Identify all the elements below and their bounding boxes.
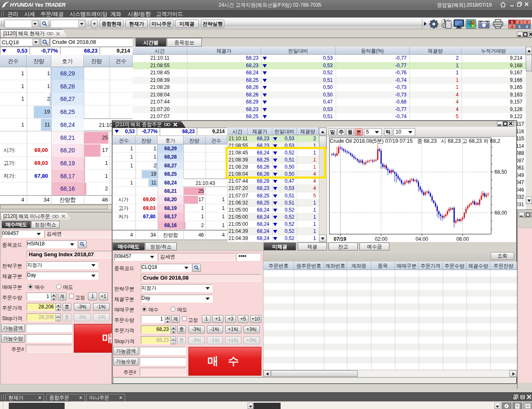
win1120-search-button[interactable] [41, 38, 50, 46]
link-icon[interactable] [164, 123, 171, 126]
win1120-minimize-icon[interactable] [517, 32, 523, 37]
toolbar-button-5[interactable]: 전략실행 [201, 20, 224, 28]
expand-arrow-icon[interactable] [424, 22, 427, 26]
chevron-down-icon[interactable] [37, 233, 41, 235]
menu-item-5[interactable]: 계좌 [110, 10, 121, 17]
menu-item-3[interactable]: 주문/체결 [40, 10, 64, 17]
toolbar-grip[interactable] [1, 20, 4, 27]
screenshot-camera-icon[interactable] [478, 19, 490, 29]
toolbar-button-2[interactable]: 현재가 [125, 20, 148, 28]
toolbar-button-4[interactable]: 미체결 [175, 20, 199, 28]
win2120-stop-quote[interactable]: 호 [63, 313, 71, 321]
status-refresh-button[interactable] [523, 402, 532, 409]
symbol-combo-1[interactable] [5, 20, 39, 28]
win1120-symbol-combo[interactable]: CLQ18 [0, 38, 40, 46]
toolbar-search-button[interactable] [40, 20, 49, 28]
win1120-close-icon[interactable] [528, 32, 532, 37]
close-button[interactable] [523, 2, 529, 8]
win2120-strategy-combo[interactable]: 지정가 [27, 261, 98, 269]
link-icon[interactable] [52, 215, 59, 218]
win2120-tab-modify[interactable]: 정정/취소 [31, 221, 60, 228]
win2120-radio-sell[interactable] [56, 284, 61, 289]
window-list-icon[interactable] [520, 394, 525, 400]
win2120-stop-tick-2[interactable]: -1틱 [93, 313, 110, 321]
status-input-left[interactable] [9, 403, 65, 409]
cascade-windows-icon[interactable] [513, 394, 518, 400]
w2120-qty-spinner[interactable] [51, 293, 56, 300]
toolbar-button-1[interactable]: 종합현재 [100, 20, 123, 28]
win2120-tab-buysell[interactable]: 매수/매도 [2, 221, 31, 228]
symbol-combo-2[interactable] [50, 20, 86, 28]
win2120-symbol-combo[interactable]: HSIN18 [27, 240, 77, 248]
print-icon[interactable] [492, 19, 504, 29]
win2120-price-tick-1[interactable]: -3틱 [74, 303, 90, 311]
quick-screen-3[interactable]: 3 [523, 20, 531, 24]
quick-screen-2[interactable]: 2 [516, 20, 523, 24]
win2120-price-input[interactable]: 28,206 [27, 303, 55, 311]
win2120-qty-input[interactable]: 1 [27, 293, 51, 300]
win2120-price-quote[interactable]: 호 [63, 303, 71, 311]
taskbar-close-icon[interactable] [527, 394, 532, 399]
status-settings-button[interactable] [502, 402, 512, 409]
taskbar-tab-3[interactable]: 미니주문× [86, 394, 125, 402]
win2120-qty-add-1[interactable]: 1 [88, 293, 97, 300]
window-layout-icon[interactable] [466, 19, 476, 29]
win1120-maximize-icon[interactable] [522, 32, 528, 37]
chevron-down-icon[interactable] [91, 264, 95, 267]
win2120-avail-qty-button[interactable]: 가능수량 [1, 334, 25, 343]
win2120-price-tick-2[interactable]: -1틱 [93, 303, 110, 311]
toolbar-button-3[interactable]: 미니주문 [150, 20, 173, 28]
win2120-account-combo[interactable]: 008457 [2, 230, 44, 238]
menu-item-6[interactable]: 시황/동향 [128, 10, 151, 17]
win1120-tab-info[interactable]: 종목정보 [167, 38, 202, 47]
link-icon[interactable] [47, 32, 54, 35]
home-icon[interactable] [500, 2, 506, 8]
menu-item-2[interactable]: 시세 [24, 10, 35, 17]
win2120-qty-add-2[interactable]: +1 [99, 293, 108, 300]
win2120-tif-combo[interactable]: Day [27, 272, 98, 280]
chevron-down-icon[interactable] [32, 20, 38, 27]
menu-item-7[interactable]: 고객가이드 [156, 10, 183, 17]
win2110-close-icon[interactable] [173, 122, 178, 127]
w2120-price-spinner[interactable] [55, 303, 61, 311]
taskbar-tab-close-icon[interactable]: × [119, 394, 122, 401]
quick-screen-6[interactable]: 6 [523, 24, 531, 29]
win1120-title-tab[interactable]: [1120] 해외 현재가 [0, 29, 68, 38]
menu-item-1[interactable]: 관리 [8, 10, 18, 17]
add-button[interactable]: + [91, 20, 98, 28]
toolbar-grip-2[interactable] [88, 20, 90, 27]
sliver-maximize-button[interactable] [525, 212, 531, 217]
chevron-down-icon[interactable] [91, 275, 95, 277]
menubar-grip[interactable] [1, 11, 4, 17]
quick-screen-4[interactable]: 4 [508, 24, 516, 29]
quick-screen-1[interactable]: 1 [508, 20, 516, 24]
win1120-close-icon[interactable] [56, 32, 60, 36]
taskbar-tab-close-icon[interactable]: × [79, 394, 82, 401]
win2110-title-tab[interactable]: [2110] 해외 종합주문 [112, 120, 186, 128]
chevron-down-icon[interactable] [78, 20, 85, 27]
status-input-mid[interactable] [253, 403, 281, 409]
win2120-stop-tick-1[interactable]: -3틱 [74, 313, 90, 321]
taskbar-tab-close-icon[interactable]: × [38, 394, 41, 401]
status-log-button[interactable] [512, 402, 522, 409]
menu-item-4[interactable]: 시스템트레이딩 [70, 10, 108, 17]
win2120-fixed-checkbox[interactable] [69, 294, 74, 298]
taskbar-tab-1[interactable]: 현재가× [5, 394, 44, 402]
restore-button[interactable] [516, 2, 522, 8]
sliver-minimize-button[interactable] [519, 212, 524, 217]
win2120-radio-buy[interactable] [28, 284, 33, 289]
win1120-tab-time[interactable]: 시간별 [136, 38, 166, 47]
win2120-avail-amount-button[interactable]: 가능금액 [1, 324, 25, 332]
chevron-down-icon[interactable] [70, 243, 74, 246]
status-dropdown-button[interactable] [248, 403, 253, 409]
certificate-key-icon[interactable] [440, 19, 452, 29]
w2120-stop-spinner[interactable] [55, 313, 61, 321]
monitor-icon[interactable] [453, 19, 464, 29]
win2120-close-icon[interactable] [61, 214, 65, 218]
settings-gear-icon[interactable] [429, 19, 439, 29]
win2120-qty-total[interactable]: 계 [58, 293, 66, 300]
taskbar-tab-2[interactable]: 종합주문× [46, 394, 85, 402]
quick-screen-5[interactable]: 5 [516, 24, 523, 29]
win2120-search-button[interactable] [78, 240, 87, 248]
taskbar-grip[interactable] [1, 394, 4, 400]
